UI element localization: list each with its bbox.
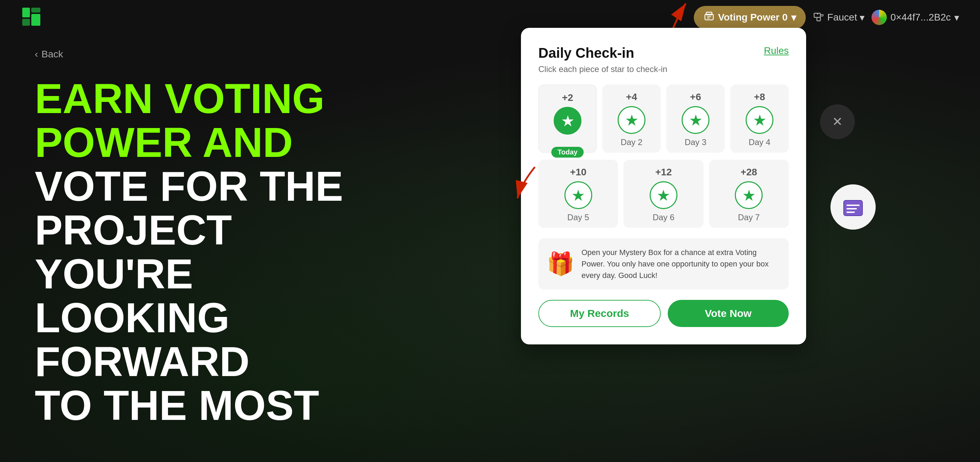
hero-section: EARN VOTING POWER AND VOTE FOR THE PROJE…: [35, 76, 348, 427]
logo: [21, 6, 42, 29]
daily-checkin-modal: Daily Check-in Rules Click each piece of…: [521, 28, 806, 344]
modal-title: Daily Check-in: [538, 45, 634, 61]
day-6-points: +12: [655, 167, 672, 178]
svg-rect-1: [22, 19, 30, 26]
hero-line-1: EARN VOTING: [35, 76, 348, 120]
float-cross-icon: ✕: [820, 104, 855, 139]
wallet-chevron-icon: ▾: [954, 12, 959, 23]
day-5-points: +10: [570, 167, 587, 178]
back-chevron-icon: ‹: [35, 49, 38, 60]
day-2-points: +4: [626, 91, 637, 103]
day-4-points: +8: [754, 91, 765, 103]
svg-rect-5: [706, 12, 712, 15]
voting-power-label: Voting Power 0: [718, 12, 788, 23]
day-5-star: ★: [565, 181, 592, 209]
hero-line-2: POWER AND: [35, 120, 348, 164]
voting-power-icon: [703, 11, 715, 24]
mystery-box[interactable]: 🎁 Open your Mystery Box for a chance at …: [538, 238, 789, 290]
chevron-down-icon: ▾: [791, 12, 796, 23]
faucet-chevron-icon: ▾: [860, 12, 865, 23]
svg-rect-3: [31, 14, 40, 26]
day-card-7[interactable]: +28 ★ Day 7: [709, 160, 789, 228]
modal-header: Daily Check-in Rules: [538, 45, 789, 61]
nav-right: Voting Power 0 ▾ Faucet ▾ 0×44f7...2B2c …: [694, 6, 959, 29]
rules-link[interactable]: Rules: [764, 45, 789, 56]
hero-line-5: LOOKING FORWARD: [35, 296, 348, 383]
wallet-button[interactable]: 0×44f7...2B2c ▾: [872, 10, 959, 25]
day-card-6[interactable]: +12 ★ Day 6: [624, 160, 703, 228]
day-2-label: Day 2: [621, 137, 643, 147]
faucet-label: Faucet: [827, 12, 857, 23]
day-card-3[interactable]: +6 ★ Day 3: [666, 84, 725, 153]
day-1-star: ★: [554, 107, 581, 135]
day-card-2[interactable]: +4 ★ Day 2: [602, 84, 661, 153]
day-card-4[interactable]: +8 ★ Day 4: [730, 84, 789, 153]
day-7-points: +28: [741, 167, 757, 178]
days-grid-bottom: +10 ★ Day 5 +12 ★ Day 6 +28 ★ Day 7: [538, 160, 789, 228]
my-records-button[interactable]: My Records: [538, 300, 661, 327]
modal-actions: My Records Vote Now: [538, 300, 789, 327]
day-7-label: Day 7: [738, 213, 760, 222]
mystery-box-text: Open your Mystery Box for a chance at ex…: [581, 247, 780, 281]
modal-subtitle: Click each piece of star to check-in: [538, 64, 789, 74]
day-4-label: Day 4: [749, 137, 771, 147]
back-label: Back: [41, 49, 63, 60]
voting-power-button[interactable]: Voting Power 0 ▾: [694, 6, 806, 29]
back-button[interactable]: ‹ Back: [35, 49, 63, 60]
day-6-star: ★: [650, 181, 678, 209]
float-widget: [830, 185, 876, 229]
wallet-avatar: [872, 10, 887, 25]
hero-line-6: TO THE MOST: [35, 383, 348, 427]
svg-point-10: [817, 13, 818, 14]
day-2-star: ★: [617, 106, 646, 134]
day-5-label: Day 5: [567, 213, 589, 222]
day-card-5[interactable]: +10 ★ Day 5: [538, 160, 618, 228]
day-3-label: Day 3: [685, 137, 706, 147]
today-badge: Today: [551, 147, 584, 158]
faucet-button[interactable]: Faucet ▾: [813, 10, 865, 25]
day-6-label: Day 6: [653, 213, 675, 222]
wallet-address: 0×44f7...2B2c: [890, 12, 951, 23]
day-3-points: +6: [690, 91, 701, 103]
faucet-icon: [813, 10, 824, 25]
svg-rect-2: [31, 8, 40, 13]
day-3-star: ★: [682, 106, 710, 134]
vote-now-button[interactable]: Vote Now: [668, 300, 789, 327]
day-7-star: ★: [735, 181, 763, 209]
modal-overlay: Daily Check-in Rules Click each piece of…: [521, 28, 806, 344]
day-card-today[interactable]: +2 ★ Today: [538, 84, 597, 153]
navbar: Voting Power 0 ▾ Faucet ▾ 0×44f7...2B2c …: [0, 0, 980, 35]
gift-icon: 🎁: [547, 251, 574, 277]
hero-line-3: VOTE FOR THE: [35, 164, 348, 208]
day-4-star: ★: [746, 106, 773, 134]
days-grid-top: +2 ★ Today +4 ★ Day 2 +6 ★ Day 3: [538, 84, 789, 153]
svg-rect-0: [22, 8, 30, 18]
hero-line-4: PROJECT YOU'RE: [35, 208, 348, 296]
day-1-points: +2: [562, 92, 573, 104]
